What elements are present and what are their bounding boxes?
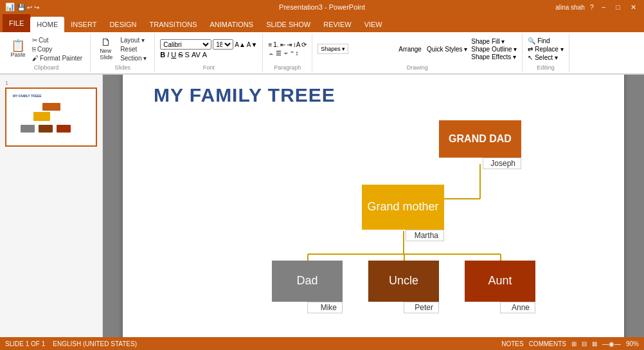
- tree-container: GRAND DAD Joseph Grand mother Martha Dad: [123, 114, 624, 340]
- font-color-button[interactable]: A: [202, 51, 207, 59]
- decrease-indent-button[interactable]: ⇤: [280, 41, 285, 48]
- thumb-uncle: [39, 125, 53, 133]
- app-icon: 📊: [5, 3, 15, 12]
- tab-slideshow[interactable]: SLIDE SHOW: [260, 17, 317, 32]
- shape-effects-button[interactable]: Shape Effects ▾: [471, 53, 517, 60]
- slide[interactable]: MY FAMILY TREEE: [123, 75, 624, 340]
- font-size-select[interactable]: 18: [213, 39, 233, 50]
- uncle-name: Peter: [404, 302, 439, 313]
- granddad-name: Joseph: [483, 158, 521, 169]
- font-controls: Calibri 18 A▲ A▼ B I U S S AV: [160, 35, 257, 63]
- zoom-slider[interactable]: —◉—: [602, 340, 621, 347]
- tab-home[interactable]: HOME: [30, 17, 64, 32]
- select-button[interactable]: ↖ Select ▾: [528, 54, 563, 61]
- increase-font-button[interactable]: A▲: [235, 41, 246, 48]
- copy-button[interactable]: ⎘ Copy: [30, 45, 85, 53]
- format-painter-icon: 🖌: [32, 55, 39, 62]
- thumb-aunt: [57, 125, 71, 133]
- shape-fill-button[interactable]: Shape Fill ▾: [471, 38, 517, 45]
- tab-view[interactable]: VIEW: [358, 17, 389, 32]
- cut-button[interactable]: ✂ Cut: [30, 36, 85, 44]
- slide-thumbnail[interactable]: MY FAMILY TREEE: [5, 88, 97, 147]
- italic-button[interactable]: I: [167, 51, 169, 59]
- tab-insert[interactable]: INSERT: [64, 17, 103, 32]
- ribbon-group-font: Calibri 18 A▲ A▼ B I U S S AV: [155, 33, 263, 72]
- align-left-button[interactable]: ⫠: [268, 50, 274, 57]
- zoom-level[interactable]: 90%: [626, 340, 639, 347]
- find-button[interactable]: 🔍 Find: [528, 37, 563, 44]
- thumb-grandmother: [33, 112, 50, 121]
- replace-button[interactable]: ⇄ Replace ▾: [528, 46, 563, 53]
- tab-transitions[interactable]: TRANSITIONS: [143, 17, 204, 32]
- numbering-button[interactable]: 1.: [273, 41, 278, 48]
- minimize-button[interactable]: −: [599, 3, 608, 11]
- editing-label: Editing: [528, 63, 563, 71]
- node-granddad[interactable]: GRAND DAD Joseph: [439, 120, 521, 169]
- line-spacing-button[interactable]: ↕: [295, 50, 298, 57]
- reset-button[interactable]: Reset: [118, 45, 149, 53]
- ribbon-group-slides: 🗋 NewSlide Layout ▾ Reset Section ▾ Slid…: [91, 33, 155, 72]
- slide-panel: 1 MY FAMILY TREEE: [0, 75, 103, 340]
- tab-review[interactable]: REVIEW: [317, 17, 357, 32]
- dad-label: Dad: [296, 274, 318, 288]
- bold-button[interactable]: B: [160, 51, 165, 59]
- node-aunt[interactable]: Aunt Anne: [465, 261, 535, 313]
- window-title: Presentation3 - PowerPoint: [279, 3, 365, 11]
- view-normal-button[interactable]: ⊞: [571, 340, 577, 347]
- node-grandmother[interactable]: Grand mother Martha: [362, 185, 444, 241]
- shape-outline-button[interactable]: Shape Outline ▾: [471, 46, 517, 53]
- align-right-button[interactable]: ⫟: [283, 50, 289, 57]
- align-center-button[interactable]: ☰: [276, 50, 282, 57]
- bullets-button[interactable]: ≡: [268, 41, 272, 48]
- tab-file[interactable]: FILE: [3, 14, 30, 32]
- clipboard-label: Clipboard: [8, 63, 85, 71]
- comments-button[interactable]: COMMENTS: [529, 340, 566, 347]
- strikethrough-button[interactable]: S: [178, 51, 183, 59]
- paragraph-label: Paragraph: [268, 63, 307, 71]
- quick-styles-button[interactable]: Quick Styles ▾: [425, 44, 469, 54]
- slide-canvas[interactable]: MY FAMILY TREEE: [103, 75, 644, 340]
- decrease-font-button[interactable]: A▼: [247, 41, 258, 48]
- granddad-label: GRAND DAD: [449, 133, 512, 145]
- underline-button[interactable]: U: [171, 51, 176, 59]
- thumbnail-inner: MY FAMILY TREEE: [9, 91, 93, 143]
- arrange-button[interactable]: Arrange: [397, 44, 423, 54]
- text-direction-button[interactable]: ↕A: [293, 41, 301, 48]
- uncle-box: Uncle: [368, 261, 439, 302]
- section-button[interactable]: Section ▾: [118, 54, 149, 62]
- notes-button[interactable]: NOTES: [501, 340, 523, 347]
- paste-icon: 📋: [11, 40, 25, 51]
- tab-design[interactable]: DESIGN: [103, 17, 143, 32]
- help-icon[interactable]: ?: [590, 3, 594, 11]
- grandmother-box: Grand mother: [362, 185, 444, 230]
- uncle-label: Uncle: [389, 274, 418, 288]
- font-family-select[interactable]: Calibri: [160, 39, 211, 50]
- close-button[interactable]: ✕: [628, 3, 639, 12]
- format-painter-button[interactable]: 🖌 Format Painter: [30, 54, 85, 62]
- layout-button[interactable]: Layout ▾: [118, 36, 149, 44]
- ribbon-tabs: FILE HOME INSERT DESIGN TRANSITIONS ANIM…: [0, 14, 644, 32]
- node-uncle[interactable]: Uncle Peter: [368, 261, 439, 313]
- text-shadow-button[interactable]: S: [185, 51, 190, 59]
- slide-actions: Layout ▾ Reset Section ▾: [118, 36, 149, 62]
- node-dad[interactable]: Dad Mike: [272, 261, 343, 313]
- font-label: Font: [160, 63, 257, 71]
- tab-animations[interactable]: ANIMATIONS: [204, 17, 260, 32]
- convert-smartart-button[interactable]: ⟳: [301, 41, 307, 48]
- user-name: alina shah: [555, 4, 585, 11]
- status-bar: SLIDE 1 OF 1 ENGLISH (UNITED STATES) NOT…: [0, 337, 644, 350]
- maximize-button[interactable]: □: [613, 3, 623, 11]
- view-reading-button[interactable]: ⊠: [592, 340, 597, 347]
- thumb-title: MY FAMILY TREEE: [13, 94, 42, 98]
- quick-access: 💾 ↩ ↪: [17, 4, 39, 11]
- view-outline-button[interactable]: ⊟: [582, 340, 587, 347]
- new-slide-button[interactable]: 🗋 NewSlide: [96, 35, 116, 63]
- ribbon-group-clipboard: 📋 Paste ✂ Cut ⎘ Copy 🖌 Format Painter Cl…: [3, 33, 91, 72]
- ribbon-group-paragraph: ≡ 1. ⇤ ⇥ ↕A ⟳ ⫠ ☰ ⫟ ⁼ ↕ P: [263, 33, 312, 72]
- shapes-gallery[interactable]: Shapes ▾: [318, 44, 348, 54]
- char-spacing-button[interactable]: AV: [192, 51, 201, 59]
- aunt-label: Aunt: [488, 274, 512, 288]
- paste-button[interactable]: 📋 Paste: [8, 35, 28, 63]
- justify-button[interactable]: ⁼: [291, 50, 294, 57]
- increase-indent-button[interactable]: ⇥: [287, 41, 292, 48]
